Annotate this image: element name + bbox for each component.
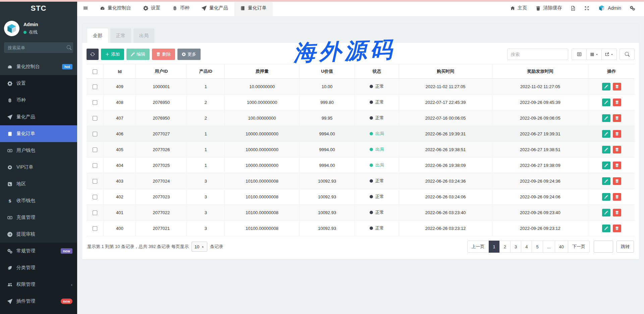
row-edit-button[interactable] bbox=[602, 193, 610, 201]
nav-home[interactable]: 主页 bbox=[506, 0, 531, 16]
row-edit-button[interactable] bbox=[602, 162, 610, 169]
column-header[interactable]: 用户ID bbox=[136, 64, 187, 79]
row-checkbox[interactable] bbox=[93, 132, 97, 136]
sidebar-item-7[interactable]: 地区 bbox=[0, 176, 77, 192]
page-4[interactable]: 4 bbox=[521, 241, 532, 253]
advanced-search-button[interactable] bbox=[620, 49, 635, 60]
sidebar-item-label: 充值管理 bbox=[16, 214, 72, 221]
sidebar-item-5[interactable]: 用户钱包 bbox=[0, 142, 77, 159]
row-checkbox[interactable] bbox=[93, 147, 97, 152]
column-header[interactable]: 购买时间 bbox=[399, 64, 492, 79]
row-edit-button[interactable] bbox=[602, 99, 610, 106]
filter-tab-0[interactable]: 全部 bbox=[87, 28, 108, 43]
search-icon[interactable] bbox=[67, 45, 71, 50]
sidebar-item-11[interactable]: 常规管理new bbox=[0, 243, 77, 259]
row-checkbox[interactable] bbox=[93, 179, 97, 184]
cell-product-id: 1 bbox=[187, 158, 225, 173]
row-delete-button[interactable] bbox=[613, 99, 621, 106]
column-header[interactable]: U价值 bbox=[300, 64, 355, 79]
sidebar-toggle-button[interactable] bbox=[77, 0, 94, 16]
row-edit-button[interactable] bbox=[602, 177, 610, 185]
delete-button[interactable]: 删除 bbox=[152, 49, 175, 60]
row-edit-button[interactable] bbox=[602, 83, 610, 90]
page-3[interactable]: 3 bbox=[510, 241, 521, 253]
nav-tab-0[interactable]: 量化控制台 bbox=[94, 0, 137, 16]
sidebar-item-13[interactable]: 权限管理‹ bbox=[0, 276, 77, 293]
row-checkbox[interactable] bbox=[93, 210, 97, 215]
columns-button[interactable] bbox=[587, 49, 602, 60]
sidebar-item-0[interactable]: 量化控制台hot bbox=[0, 58, 77, 75]
filter-tab-2[interactable]: 出局 bbox=[133, 28, 154, 43]
jump-page-input[interactable] bbox=[594, 241, 613, 253]
page-下一页[interactable]: 下一页 bbox=[568, 241, 590, 253]
row-delete-button[interactable] bbox=[613, 162, 621, 169]
row-edit-button[interactable] bbox=[602, 146, 610, 153]
sidebar-item-8[interactable]: $收币钱包 bbox=[0, 192, 77, 209]
row-delete-button[interactable] bbox=[613, 146, 621, 153]
sidebar-item-12[interactable]: 分类管理 bbox=[0, 259, 77, 276]
export-button[interactable] bbox=[602, 49, 617, 60]
sidebar-item-3[interactable]: 量化产品 bbox=[0, 109, 77, 125]
row-edit-button[interactable] bbox=[602, 114, 610, 122]
select-all-checkbox[interactable] bbox=[93, 69, 97, 74]
column-header[interactable]: Id bbox=[104, 64, 136, 79]
column-header[interactable]: 操作 bbox=[588, 64, 635, 79]
row-checkbox[interactable] bbox=[93, 100, 97, 105]
page-2[interactable]: 2 bbox=[499, 241, 511, 253]
nav-fullscreen[interactable] bbox=[580, 0, 594, 16]
sidebar-item-4[interactable]: 量化订单 bbox=[0, 125, 77, 142]
nav-settings[interactable] bbox=[626, 0, 639, 16]
row-checkbox[interactable] bbox=[93, 195, 97, 199]
add-button[interactable]: 添加 bbox=[101, 49, 124, 60]
page-...[interactable]: ... bbox=[543, 241, 555, 253]
page-size-select[interactable]: 10 bbox=[192, 242, 207, 252]
more-button[interactable]: 更多 bbox=[177, 49, 201, 60]
nav-tab-2[interactable]: B币种 bbox=[166, 0, 196, 16]
row-checkbox[interactable] bbox=[93, 84, 97, 89]
nav-clear-cache[interactable]: 清除缓存 bbox=[531, 0, 566, 16]
row-edit-button[interactable] bbox=[602, 130, 610, 138]
list-icon bbox=[577, 52, 582, 57]
sidebar-item-6[interactable]: VIP订单 bbox=[0, 159, 77, 176]
column-header[interactable]: 产品ID bbox=[187, 64, 225, 79]
row-checkbox[interactable] bbox=[93, 226, 97, 231]
row-delete-button[interactable] bbox=[613, 83, 621, 90]
row-delete-button[interactable] bbox=[613, 193, 621, 201]
table-row: 4002077021310100.0000000810092.93正常2022-… bbox=[87, 221, 635, 236]
row-edit-button[interactable] bbox=[602, 225, 610, 232]
sidebar-search-input[interactable] bbox=[8, 45, 67, 50]
sidebar-item-2[interactable]: B币种 bbox=[0, 92, 77, 109]
row-delete-button[interactable] bbox=[613, 177, 621, 185]
table-search-input[interactable] bbox=[507, 49, 568, 60]
page-上一页[interactable]: 上一页 bbox=[467, 241, 489, 253]
edit-button[interactable]: 编辑 bbox=[126, 49, 150, 60]
nav-tab-4[interactable]: 量化订单 bbox=[234, 0, 273, 16]
nav-tab-1[interactable]: 设置 bbox=[137, 0, 166, 16]
table-view-buttons bbox=[572, 49, 617, 60]
column-header[interactable]: 质押量 bbox=[225, 64, 300, 79]
page-40[interactable]: 40 bbox=[555, 241, 568, 253]
row-delete-button[interactable] bbox=[613, 130, 621, 138]
refresh-button[interactable] bbox=[87, 49, 99, 60]
nav-language[interactable] bbox=[566, 0, 580, 16]
sidebar-item-10[interactable]: 提现审核 bbox=[0, 226, 77, 243]
cell-product-id: 2 bbox=[187, 110, 225, 126]
row-edit-button[interactable] bbox=[602, 209, 610, 216]
filter-tab-1[interactable]: 正常 bbox=[110, 28, 131, 43]
page-5[interactable]: 5 bbox=[532, 241, 543, 253]
column-header[interactable]: 状态 bbox=[355, 64, 399, 79]
row-checkbox[interactable] bbox=[93, 116, 97, 121]
page-1[interactable]: 1 bbox=[489, 241, 500, 253]
nav-tab-3[interactable]: 量化产品 bbox=[196, 0, 234, 16]
nav-user[interactable]: Admin bbox=[594, 0, 626, 16]
sidebar-item-1[interactable]: 设置 bbox=[0, 75, 77, 92]
jump-button[interactable]: 跳转 bbox=[616, 241, 634, 253]
sidebar-item-14[interactable]: 插件管理new bbox=[0, 293, 77, 310]
row-delete-button[interactable] bbox=[613, 209, 621, 216]
row-delete-button[interactable] bbox=[613, 225, 621, 232]
sidebar-item-9[interactable]: 充值管理 bbox=[0, 209, 77, 226]
row-checkbox[interactable] bbox=[93, 163, 97, 168]
toggle-pagination-button[interactable] bbox=[572, 49, 587, 60]
row-delete-button[interactable] bbox=[613, 114, 621, 122]
column-header[interactable]: 奖励发放时间 bbox=[492, 64, 588, 79]
